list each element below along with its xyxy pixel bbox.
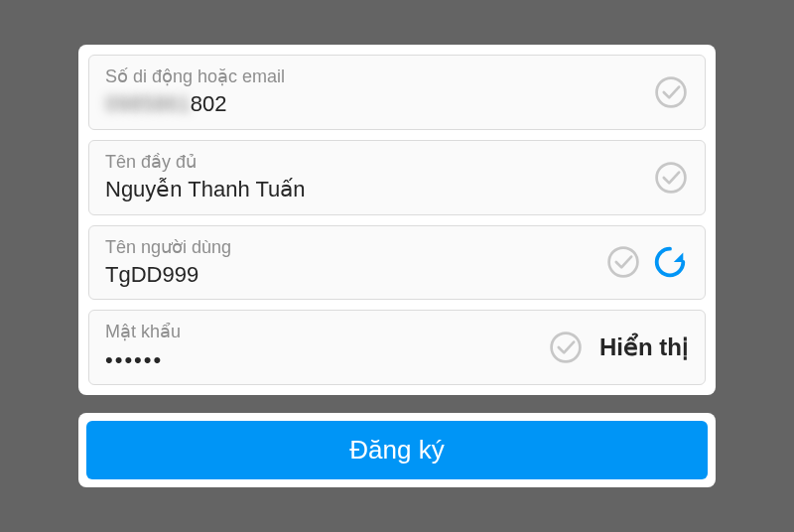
svg-point-3 bbox=[552, 333, 581, 362]
check-circle-icon bbox=[653, 74, 689, 110]
check-circle-icon bbox=[605, 244, 641, 280]
username-field[interactable]: Tên người dùng TgDD999 bbox=[88, 225, 706, 301]
password-label: Mật khẩu bbox=[105, 321, 538, 343]
fullname-field[interactable]: Tên đầy đủ Nguyễn Thanh Tuấn bbox=[88, 140, 706, 215]
check-circle-icon bbox=[548, 330, 584, 365]
contact-text-area: Số di động hoặc email 0985861802 bbox=[105, 66, 643, 119]
contact-value-visible: 802 bbox=[191, 91, 227, 116]
username-value: TgDD999 bbox=[105, 261, 596, 290]
register-button[interactable]: Đăng ký bbox=[86, 421, 708, 479]
svg-point-1 bbox=[657, 163, 686, 192]
fullname-text-area: Tên đầy đủ Nguyễn Thanh Tuấn bbox=[105, 151, 643, 204]
password-text-area: Mật khẩu •••••• bbox=[105, 321, 538, 374]
refresh-icon[interactable] bbox=[651, 243, 689, 281]
username-label: Tên người dùng bbox=[105, 236, 596, 259]
password-value: •••••• bbox=[105, 346, 538, 375]
contact-field[interactable]: Số di động hoặc email 0985861802 bbox=[88, 55, 706, 130]
svg-point-2 bbox=[609, 248, 638, 277]
fullname-value: Nguyễn Thanh Tuấn bbox=[105, 176, 643, 204]
contact-label: Số di động hoặc email bbox=[105, 66, 643, 88]
password-field[interactable]: Mật khẩu •••••• Hiển thị bbox=[88, 310, 706, 385]
username-text-area: Tên người dùng TgDD999 bbox=[105, 236, 596, 290]
svg-point-0 bbox=[657, 77, 686, 106]
contact-value: 0985861802 bbox=[105, 90, 643, 119]
registration-form: Số di động hoặc email 0985861802 Tên đầy… bbox=[78, 45, 716, 396]
fullname-label: Tên đầy đủ bbox=[105, 151, 643, 174]
submit-card: Đăng ký bbox=[78, 413, 716, 487]
show-password-button[interactable]: Hiển thị bbox=[599, 333, 689, 361]
contact-value-masked: 0985861 bbox=[105, 91, 191, 116]
check-circle-icon bbox=[653, 160, 689, 196]
